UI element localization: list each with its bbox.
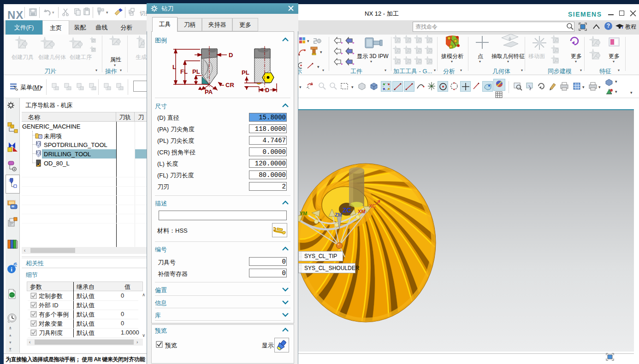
svg-text:i: i: [11, 266, 12, 273]
svg-text:L: L: [172, 64, 176, 70]
svg-text:PA: PA: [205, 88, 213, 95]
svg-text:PL: PL: [242, 69, 249, 76]
svg-text:≡: ≡: [39, 135, 41, 138]
svg-text:CR: CR: [225, 82, 234, 88]
svg-text:D: D: [265, 87, 269, 94]
svg-text:PL: PL: [192, 68, 200, 75]
svg-text:FL: FL: [180, 68, 188, 75]
svg-text:D: D: [229, 52, 233, 59]
